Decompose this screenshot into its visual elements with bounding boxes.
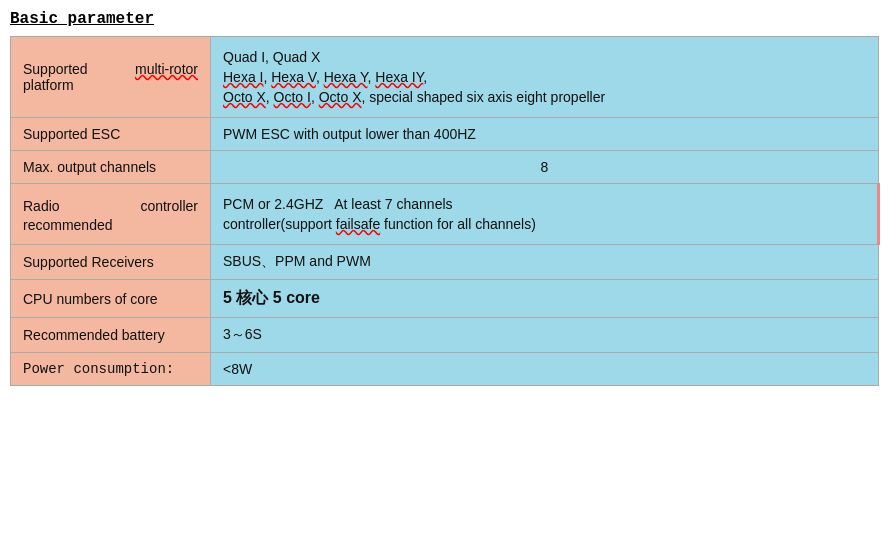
page-title: Basic parameter	[10, 10, 880, 28]
value-radio-controller: PCM or 2.4GHZ At least 7 channels contro…	[211, 184, 879, 245]
hexa-y: Hexa Y	[324, 69, 368, 85]
table-row: Radio controller recommended PCM or 2.4G…	[11, 184, 879, 245]
radio-value-1: PCM or 2.4GHZ At least 7 channels	[223, 196, 865, 212]
label-supported-platform: Supported multi-rotor platform	[11, 37, 211, 118]
octo-i: Octo I	[274, 89, 311, 105]
label-supported-receivers: Supported Receivers	[11, 245, 211, 280]
radio-value-2: controller(support failsafe function for…	[223, 216, 865, 232]
table-row: Max. output channels 8	[11, 151, 879, 184]
hexa-v: Hexa V	[271, 69, 316, 85]
label-text-multi-rotor: multi-rotor	[135, 61, 198, 77]
octo-x-2: Octo X	[319, 89, 362, 105]
table-row: Supported multi-rotor platform Quad I, Q…	[11, 37, 879, 118]
label-cpu-core: CPU numbers of core	[11, 280, 211, 318]
platform-value-2: Hexa I, Hexa V, Hexa Y, Hexa IY,	[223, 69, 866, 85]
table-row: Power consumption: <8W	[11, 353, 879, 386]
value-supported-esc: PWM ESC with output lower than 400HZ	[211, 118, 879, 151]
table-row: Supported Receivers SBUS、PPM and PWM	[11, 245, 879, 280]
failsafe-text: failsafe	[336, 216, 380, 232]
label-recommended-battery: Recommended battery	[11, 318, 211, 353]
value-recommended-battery: 3～6S	[211, 318, 879, 353]
label-max-output: Max. output channels	[11, 151, 211, 184]
value-power-consumption: <8W	[211, 353, 879, 386]
table-row: Recommended battery 3～6S	[11, 318, 879, 353]
table-row: Supported ESC PWM ESC with output lower …	[11, 118, 879, 151]
octo-x-1: Octo X	[223, 89, 266, 105]
value-cpu-core: 5 核心 5 core	[211, 280, 879, 318]
value-supported-receivers: SBUS、PPM and PWM	[211, 245, 879, 280]
label-radio: Radio	[23, 195, 60, 217]
basic-parameter-table: Supported multi-rotor platform Quad I, Q…	[10, 36, 880, 386]
label-controller: controller	[140, 195, 198, 217]
label-power-consumption: Power consumption:	[11, 353, 211, 386]
label-supported-esc: Supported ESC	[11, 118, 211, 151]
label-text-platform: platform	[23, 77, 198, 93]
table-row: CPU numbers of core 5 核心 5 core	[11, 280, 879, 318]
label-text-supported: Supported	[23, 61, 88, 77]
label-recommended: recommended	[23, 217, 198, 233]
label-radio-controller: Radio controller recommended	[11, 184, 211, 245]
value-supported-platform: Quad I, Quad X Hexa I, Hexa V, Hexa Y, H…	[211, 37, 879, 118]
hexa-i: Hexa I	[223, 69, 263, 85]
platform-value-1: Quad I, Quad X	[223, 49, 866, 65]
platform-value-3: Octo X, Octo I, Octo X, special shaped s…	[223, 89, 866, 105]
hexa-iy: Hexa IY	[375, 69, 423, 85]
value-max-output: 8	[211, 151, 879, 184]
